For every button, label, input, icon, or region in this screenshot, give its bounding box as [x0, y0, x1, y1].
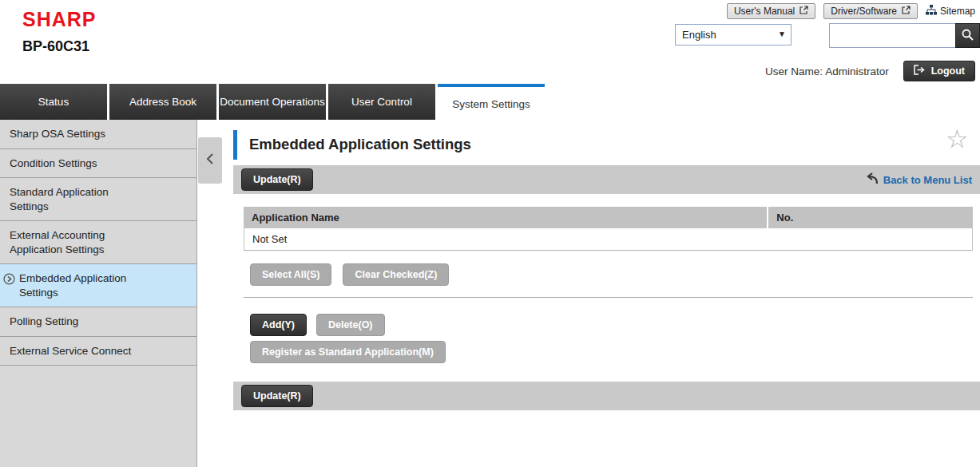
cell-no — [768, 228, 973, 251]
sidebar-collapse-button[interactable] — [198, 137, 222, 184]
column-no: No. — [768, 207, 973, 228]
sidebar-item-external-service-connect[interactable]: External Service Connect — [0, 337, 196, 366]
register-button-row: Register as Standard Application(M) — [250, 341, 446, 363]
main-nav: Status Address Book Document Operations … — [0, 84, 545, 121]
column-application-name: Application Name — [244, 207, 768, 228]
sidebar-item-condition-settings[interactable]: Condition Settings — [0, 149, 196, 179]
tab-system-settings[interactable]: System Settings — [438, 84, 545, 121]
users-manual-label: User's Manual — [734, 6, 795, 17]
search-input[interactable] — [829, 23, 955, 48]
tab-label: System Settings — [452, 98, 530, 111]
sitemap-label: Sitemap — [940, 6, 975, 17]
add-button[interactable]: Add(Y) — [250, 314, 307, 336]
content: Sharp OSA Settings Condition Settings St… — [0, 120, 980, 467]
tab-address-book[interactable]: Address Book — [109, 84, 216, 120]
sidebar-item-external-accounting-application-settings[interactable]: External Accounting Application Settings — [0, 221, 196, 264]
header-links: User's Manual Driver/Software Sitemap — [727, 3, 975, 19]
cell-application-name: Not Set — [244, 228, 768, 251]
tab-label: Status — [38, 96, 69, 109]
header: SHARP BP-60C31 User's Manual Driver/Soft… — [0, 0, 980, 84]
logout-button[interactable]: Logout — [903, 61, 975, 81]
model-name: BP-60C31 — [22, 38, 89, 55]
external-link-icon — [799, 6, 808, 17]
search-button[interactable] — [955, 23, 980, 48]
sidebar-item-polling-setting[interactable]: Polling Setting — [0, 307, 196, 337]
back-to-menu-link[interactable]: Back to Menu List — [865, 172, 972, 187]
divider — [244, 297, 973, 298]
application-table: Application Name No. Not Set — [244, 207, 973, 251]
sidebar-item-label: Embedded Application Settings — [19, 272, 126, 299]
update-button[interactable]: Update(R) — [241, 168, 313, 191]
tab-label: Document Operations — [220, 96, 324, 109]
language-select[interactable]: English — [675, 24, 792, 46]
bottom-toolbar: Update(R) — [233, 382, 980, 410]
delete-button[interactable]: Delete(O) — [316, 314, 385, 336]
tab-document-operations[interactable]: Document Operations — [219, 84, 326, 120]
sidebar: Sharp OSA Settings Condition Settings St… — [0, 120, 197, 467]
title-accent-bar — [233, 130, 237, 160]
external-link-icon — [902, 6, 911, 17]
top-toolbar: Update(R) Back to Menu List — [233, 165, 980, 194]
page-title: Embedded Application Settings — [249, 136, 471, 153]
logout-icon — [914, 65, 926, 77]
tab-user-control[interactable]: User Control — [328, 84, 435, 120]
add-delete-buttons: Add(Y) Delete(O) — [250, 314, 385, 336]
logout-label: Logout — [931, 65, 965, 77]
sidebar-item-standard-application-settings[interactable]: Standard Application Settings — [0, 178, 196, 221]
tab-status[interactable]: Status — [0, 84, 107, 120]
table-row: Not Set — [244, 228, 973, 251]
search-area — [829, 23, 980, 48]
sitemap-icon — [926, 5, 937, 18]
page: SHARP BP-60C31 User's Manual Driver/Soft… — [0, 0, 980, 467]
user-name-text: User Name: Administrator — [765, 65, 889, 77]
language-select-wrap: English ▼ — [675, 24, 792, 46]
users-manual-button[interactable]: User's Manual — [727, 3, 815, 19]
search-icon — [962, 29, 974, 43]
sidebar-item-sharp-osa-settings[interactable]: Sharp OSA Settings — [0, 120, 196, 149]
favorite-star-icon[interactable]: ☆ — [946, 126, 969, 152]
select-all-button[interactable]: Select All(S) — [250, 263, 331, 286]
clear-checked-button[interactable]: Clear Checked(Z) — [343, 263, 449, 286]
driver-software-label: Driver/Software — [831, 6, 897, 17]
back-arrow-icon — [865, 172, 879, 187]
back-to-menu-label: Back to Menu List — [883, 174, 972, 186]
tab-label: User Control — [351, 96, 412, 109]
tab-label: Address Book — [129, 96, 196, 109]
register-standard-application-button[interactable]: Register as Standard Application(M) — [250, 341, 446, 363]
selection-buttons: Select All(S) Clear Checked(Z) — [250, 263, 449, 286]
sharp-logo: SHARP — [22, 8, 97, 31]
sidebar-item-embedded-application-settings[interactable]: Embedded Application Settings — [0, 264, 196, 307]
chevron-left-icon — [206, 152, 214, 168]
user-area: User Name: Administrator Logout — [765, 61, 975, 81]
sitemap-link[interactable]: Sitemap — [926, 5, 975, 18]
driver-software-button[interactable]: Driver/Software — [823, 3, 918, 19]
update-button-bottom[interactable]: Update(R) — [241, 385, 313, 407]
table-header-row: Application Name No. — [244, 207, 973, 228]
selected-item-arrow-icon — [3, 273, 15, 289]
